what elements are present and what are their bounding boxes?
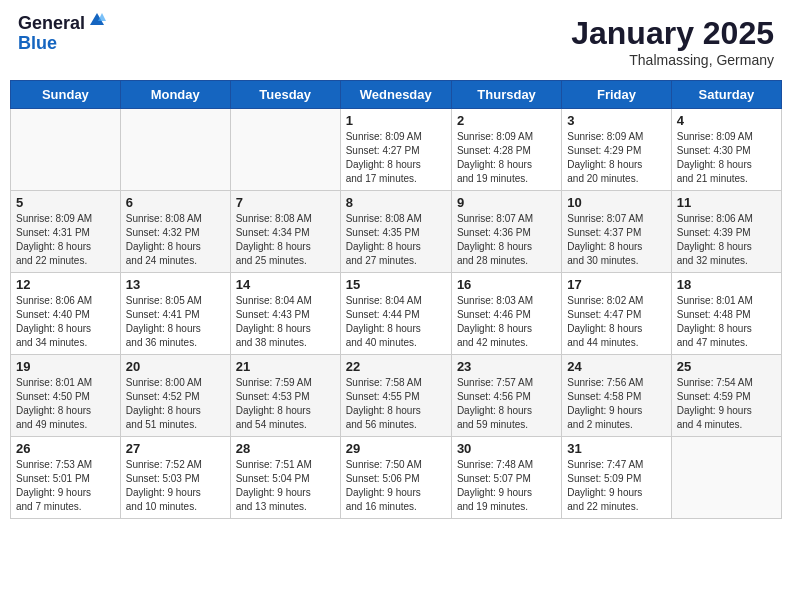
day-number: 3 — [567, 113, 665, 128]
calendar-header-row: SundayMondayTuesdayWednesdayThursdayFrid… — [11, 81, 782, 109]
day-number: 22 — [346, 359, 446, 374]
day-number: 4 — [677, 113, 776, 128]
calendar-day-cell: 25Sunrise: 7:54 AM Sunset: 4:59 PM Dayli… — [671, 355, 781, 437]
day-info: Sunrise: 7:57 AM Sunset: 4:56 PM Dayligh… — [457, 376, 556, 432]
day-of-week-header: Friday — [562, 81, 671, 109]
calendar-day-cell: 16Sunrise: 8:03 AM Sunset: 4:46 PM Dayli… — [451, 273, 561, 355]
calendar-day-cell: 6Sunrise: 8:08 AM Sunset: 4:32 PM Daylig… — [120, 191, 230, 273]
day-number: 17 — [567, 277, 665, 292]
calendar-day-cell: 17Sunrise: 8:02 AM Sunset: 4:47 PM Dayli… — [562, 273, 671, 355]
day-number: 16 — [457, 277, 556, 292]
day-info: Sunrise: 8:08 AM Sunset: 4:35 PM Dayligh… — [346, 212, 446, 268]
day-number: 15 — [346, 277, 446, 292]
day-info: Sunrise: 8:04 AM Sunset: 4:44 PM Dayligh… — [346, 294, 446, 350]
calendar-day-cell: 23Sunrise: 7:57 AM Sunset: 4:56 PM Dayli… — [451, 355, 561, 437]
day-number: 29 — [346, 441, 446, 456]
day-info: Sunrise: 8:07 AM Sunset: 4:37 PM Dayligh… — [567, 212, 665, 268]
day-number: 27 — [126, 441, 225, 456]
logo: General Blue — [18, 14, 106, 54]
calendar-table: SundayMondayTuesdayWednesdayThursdayFrid… — [10, 80, 782, 519]
calendar-day-cell: 27Sunrise: 7:52 AM Sunset: 5:03 PM Dayli… — [120, 437, 230, 519]
calendar-day-cell: 21Sunrise: 7:59 AM Sunset: 4:53 PM Dayli… — [230, 355, 340, 437]
calendar-day-cell: 13Sunrise: 8:05 AM Sunset: 4:41 PM Dayli… — [120, 273, 230, 355]
calendar-day-cell: 22Sunrise: 7:58 AM Sunset: 4:55 PM Dayli… — [340, 355, 451, 437]
day-of-week-header: Thursday — [451, 81, 561, 109]
day-number: 8 — [346, 195, 446, 210]
logo-general: General — [18, 14, 85, 34]
day-number: 28 — [236, 441, 335, 456]
day-number: 21 — [236, 359, 335, 374]
calendar-day-cell: 30Sunrise: 7:48 AM Sunset: 5:07 PM Dayli… — [451, 437, 561, 519]
day-number: 24 — [567, 359, 665, 374]
day-info: Sunrise: 8:09 AM Sunset: 4:28 PM Dayligh… — [457, 130, 556, 186]
calendar-day-cell: 3Sunrise: 8:09 AM Sunset: 4:29 PM Daylig… — [562, 109, 671, 191]
calendar-day-cell: 8Sunrise: 8:08 AM Sunset: 4:35 PM Daylig… — [340, 191, 451, 273]
day-number: 19 — [16, 359, 115, 374]
calendar-day-cell: 7Sunrise: 8:08 AM Sunset: 4:34 PM Daylig… — [230, 191, 340, 273]
calendar-day-cell: 26Sunrise: 7:53 AM Sunset: 5:01 PM Dayli… — [11, 437, 121, 519]
location-subtitle: Thalmassing, Germany — [571, 52, 774, 68]
month-title: January 2025 — [571, 14, 774, 52]
day-info: Sunrise: 7:56 AM Sunset: 4:58 PM Dayligh… — [567, 376, 665, 432]
day-number: 14 — [236, 277, 335, 292]
day-info: Sunrise: 7:47 AM Sunset: 5:09 PM Dayligh… — [567, 458, 665, 514]
calendar-day-cell: 15Sunrise: 8:04 AM Sunset: 4:44 PM Dayli… — [340, 273, 451, 355]
day-info: Sunrise: 8:02 AM Sunset: 4:47 PM Dayligh… — [567, 294, 665, 350]
day-number: 7 — [236, 195, 335, 210]
day-number: 11 — [677, 195, 776, 210]
day-info: Sunrise: 8:08 AM Sunset: 4:34 PM Dayligh… — [236, 212, 335, 268]
calendar-week-row: 26Sunrise: 7:53 AM Sunset: 5:01 PM Dayli… — [11, 437, 782, 519]
day-info: Sunrise: 8:09 AM Sunset: 4:29 PM Dayligh… — [567, 130, 665, 186]
day-info: Sunrise: 7:50 AM Sunset: 5:06 PM Dayligh… — [346, 458, 446, 514]
day-info: Sunrise: 7:48 AM Sunset: 5:07 PM Dayligh… — [457, 458, 556, 514]
calendar-day-cell: 31Sunrise: 7:47 AM Sunset: 5:09 PM Dayli… — [562, 437, 671, 519]
day-number: 1 — [346, 113, 446, 128]
day-info: Sunrise: 8:06 AM Sunset: 4:39 PM Dayligh… — [677, 212, 776, 268]
calendar-day-cell: 29Sunrise: 7:50 AM Sunset: 5:06 PM Dayli… — [340, 437, 451, 519]
day-info: Sunrise: 8:05 AM Sunset: 4:41 PM Dayligh… — [126, 294, 225, 350]
day-info: Sunrise: 7:51 AM Sunset: 5:04 PM Dayligh… — [236, 458, 335, 514]
calendar-day-cell: 14Sunrise: 8:04 AM Sunset: 4:43 PM Dayli… — [230, 273, 340, 355]
calendar-week-row: 19Sunrise: 8:01 AM Sunset: 4:50 PM Dayli… — [11, 355, 782, 437]
day-info: Sunrise: 8:06 AM Sunset: 4:40 PM Dayligh… — [16, 294, 115, 350]
calendar-day-cell — [11, 109, 121, 191]
calendar-day-cell: 24Sunrise: 7:56 AM Sunset: 4:58 PM Dayli… — [562, 355, 671, 437]
day-number: 30 — [457, 441, 556, 456]
day-info: Sunrise: 8:08 AM Sunset: 4:32 PM Dayligh… — [126, 212, 225, 268]
day-number: 18 — [677, 277, 776, 292]
day-number: 20 — [126, 359, 225, 374]
calendar-day-cell: 19Sunrise: 8:01 AM Sunset: 4:50 PM Dayli… — [11, 355, 121, 437]
day-of-week-header: Sunday — [11, 81, 121, 109]
day-info: Sunrise: 7:54 AM Sunset: 4:59 PM Dayligh… — [677, 376, 776, 432]
calendar-day-cell: 2Sunrise: 8:09 AM Sunset: 4:28 PM Daylig… — [451, 109, 561, 191]
day-info: Sunrise: 8:09 AM Sunset: 4:30 PM Dayligh… — [677, 130, 776, 186]
calendar-week-row: 12Sunrise: 8:06 AM Sunset: 4:40 PM Dayli… — [11, 273, 782, 355]
day-number: 10 — [567, 195, 665, 210]
day-info: Sunrise: 7:58 AM Sunset: 4:55 PM Dayligh… — [346, 376, 446, 432]
title-block: January 2025 Thalmassing, Germany — [571, 14, 774, 68]
day-of-week-header: Saturday — [671, 81, 781, 109]
calendar-day-cell: 20Sunrise: 8:00 AM Sunset: 4:52 PM Dayli… — [120, 355, 230, 437]
calendar-day-cell — [230, 109, 340, 191]
calendar-day-cell: 28Sunrise: 7:51 AM Sunset: 5:04 PM Dayli… — [230, 437, 340, 519]
day-info: Sunrise: 8:03 AM Sunset: 4:46 PM Dayligh… — [457, 294, 556, 350]
calendar-day-cell: 11Sunrise: 8:06 AM Sunset: 4:39 PM Dayli… — [671, 191, 781, 273]
calendar-day-cell: 10Sunrise: 8:07 AM Sunset: 4:37 PM Dayli… — [562, 191, 671, 273]
day-number: 5 — [16, 195, 115, 210]
day-number: 26 — [16, 441, 115, 456]
calendar-day-cell: 18Sunrise: 8:01 AM Sunset: 4:48 PM Dayli… — [671, 273, 781, 355]
day-info: Sunrise: 8:04 AM Sunset: 4:43 PM Dayligh… — [236, 294, 335, 350]
day-number: 6 — [126, 195, 225, 210]
day-info: Sunrise: 7:52 AM Sunset: 5:03 PM Dayligh… — [126, 458, 225, 514]
day-number: 2 — [457, 113, 556, 128]
day-info: Sunrise: 8:09 AM Sunset: 4:31 PM Dayligh… — [16, 212, 115, 268]
day-info: Sunrise: 8:01 AM Sunset: 4:48 PM Dayligh… — [677, 294, 776, 350]
day-of-week-header: Monday — [120, 81, 230, 109]
page-header: General Blue January 2025 Thalmassing, G… — [10, 10, 782, 72]
logo-blue: Blue — [18, 33, 57, 53]
calendar-day-cell — [120, 109, 230, 191]
day-info: Sunrise: 8:01 AM Sunset: 4:50 PM Dayligh… — [16, 376, 115, 432]
calendar-day-cell: 9Sunrise: 8:07 AM Sunset: 4:36 PM Daylig… — [451, 191, 561, 273]
calendar-day-cell: 4Sunrise: 8:09 AM Sunset: 4:30 PM Daylig… — [671, 109, 781, 191]
day-info: Sunrise: 7:59 AM Sunset: 4:53 PM Dayligh… — [236, 376, 335, 432]
